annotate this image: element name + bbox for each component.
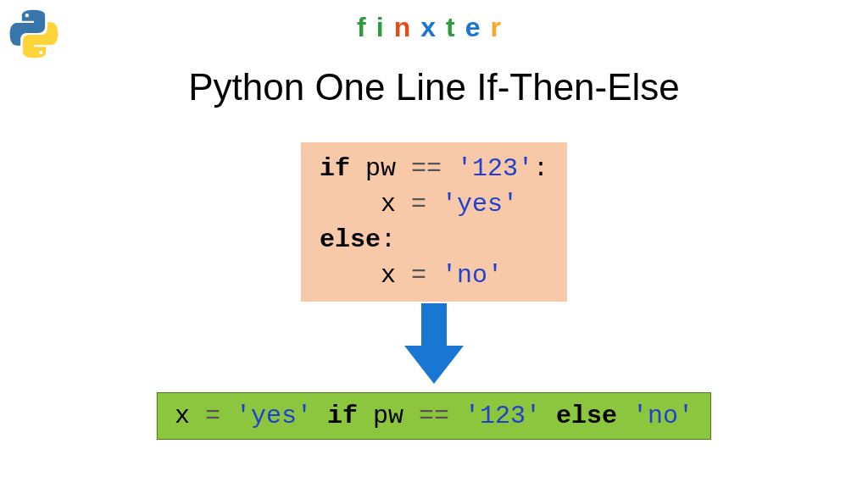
assign-op: =: [411, 190, 426, 219]
code-text: [220, 402, 236, 430]
string-literal: 'no': [442, 261, 503, 290]
assign-op: =: [205, 402, 220, 430]
code-text: [426, 190, 442, 219]
brand-letter: t: [446, 12, 465, 43]
arrow-down-icon: [404, 303, 464, 387]
keyword-else: else: [320, 225, 381, 254]
brand-letter: f: [357, 12, 376, 43]
operator-eq: ==: [411, 154, 442, 183]
operator-eq: ==: [419, 402, 449, 430]
colon: :: [533, 154, 548, 183]
string-literal: 'no': [632, 402, 693, 430]
code-text: [442, 154, 457, 183]
brand-letter: n: [394, 12, 421, 43]
code-text: [312, 402, 327, 430]
brand-letter: e: [465, 12, 491, 43]
keyword-if: if: [320, 154, 350, 183]
brand-letter: i: [376, 12, 394, 43]
code-text: x: [175, 402, 205, 430]
code-text: pw: [350, 154, 411, 183]
code-text: x: [320, 190, 411, 219]
oneline-code-block: x = 'yes' if pw == '123' else 'no': [157, 392, 711, 440]
brand-letter: x: [420, 12, 446, 43]
string-literal: 'yes': [442, 190, 518, 219]
code-text: x: [320, 261, 411, 290]
string-literal: 'yes': [236, 402, 312, 430]
code-text: [541, 402, 556, 430]
python-logo-icon: [8, 8, 59, 59]
code-text: [449, 402, 465, 430]
code-text: [617, 402, 632, 430]
colon: :: [381, 225, 396, 254]
keyword-if: if: [327, 402, 358, 430]
string-literal: '123': [457, 154, 533, 183]
page-title: Python One Line If-Then-Else: [188, 66, 680, 108]
multiline-code-block: if pw == '123': x = 'yes' else: x = 'no': [301, 142, 567, 302]
brand-letter: r: [490, 12, 510, 43]
brand-logo: finxter: [357, 12, 511, 43]
code-text: pw: [358, 402, 419, 430]
assign-op: =: [411, 261, 426, 290]
string-literal: '123': [465, 402, 541, 430]
keyword-else: else: [556, 402, 617, 430]
code-text: [426, 261, 442, 290]
